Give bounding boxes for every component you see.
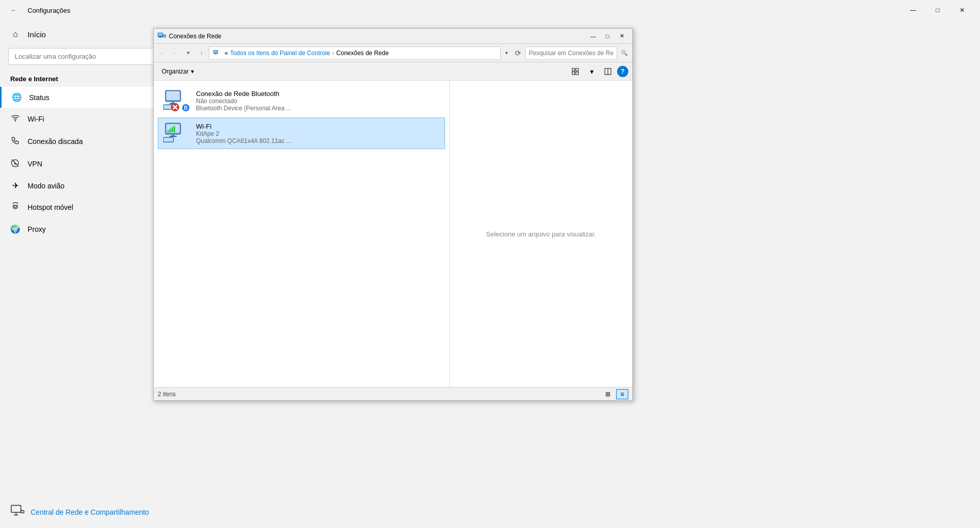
svg-rect-19	[572, 72, 575, 75]
dialog-toolbar: Organizar ▾ ▾	[154, 62, 632, 81]
titlebar-controls: — □ ✕	[901, 2, 974, 18]
svg-rect-20	[576, 72, 578, 75]
bluetooth-badge: B	[182, 104, 190, 112]
svg-rect-24	[166, 91, 180, 100]
nav-recent-button[interactable]: ▾	[182, 46, 194, 60]
bluetooth-net-info: Conexão de Rede Bluetooth Não conectado …	[196, 90, 291, 112]
nav-back-button[interactable]: ←	[156, 46, 168, 60]
wifi-status: KitApe 2	[196, 130, 291, 137]
wifi-name: Wi-Fi	[196, 123, 291, 130]
vpn-icon	[10, 158, 20, 170]
search-input[interactable]	[8, 48, 155, 65]
settings-titlebar: ← Configurações — □ ✕	[0, 0, 980, 20]
sidebar-label-proxy: Proxy	[28, 225, 46, 233]
sidebar-item-hotspot[interactable]: Hotspot móvel	[0, 196, 163, 219]
dialog-maximize-button[interactable]: □	[601, 31, 614, 41]
path-separator-1: «	[225, 50, 228, 57]
close-button[interactable]: ✕	[950, 2, 974, 18]
statusbar-right: ⊞ ≡	[602, 389, 628, 399]
svg-point-0	[15, 121, 16, 122]
dialog-minimize-button[interactable]: —	[586, 31, 600, 41]
sidebar-label-wifi: Wi-Fi	[28, 115, 44, 123]
svg-rect-14	[214, 50, 217, 52]
sidebar-item-vpn[interactable]: VPN	[0, 153, 163, 175]
nav-forward-button[interactable]: →	[169, 46, 181, 60]
settings-title: Configurações	[28, 7, 70, 14]
help-button[interactable]: ?	[617, 66, 628, 77]
organize-button[interactable]: Organizar ▾	[158, 66, 198, 77]
item-count: 2 itens	[158, 391, 176, 398]
maximize-button[interactable]: □	[926, 2, 949, 18]
dialog-title-left: Conexões de Rede	[158, 32, 222, 40]
dialog-icon	[158, 32, 166, 40]
dialog-search-input[interactable]	[525, 46, 617, 60]
svg-rect-18	[576, 68, 578, 71]
sidebar-item-home[interactable]: ⌂ Início	[0, 25, 163, 44]
view-details-button[interactable]	[568, 65, 582, 78]
network-item-bluetooth[interactable]: B Conexão de Rede Bluetooth Não conectad…	[158, 85, 445, 116]
bluetooth-adapter: Bluetooth Device (Personal Area ...	[196, 105, 291, 112]
statusbar-list-view[interactable]: ≡	[616, 389, 628, 399]
search-button[interactable]: 🔍	[618, 46, 630, 60]
sidebar-item-wifi[interactable]: Wi-Fi	[0, 108, 163, 130]
refresh-button[interactable]: ⟳	[512, 46, 524, 60]
sidebar: ⌂ Início Rede e Internet 🌐 Status	[0, 20, 163, 496]
view-pane-button[interactable]	[601, 65, 615, 78]
svg-point-1	[14, 205, 17, 208]
minimize-button[interactable]: —	[901, 2, 925, 18]
svg-rect-38	[169, 136, 177, 137]
bluetooth-name: Conexão de Rede Bluetooth	[196, 90, 291, 98]
svg-rect-16	[214, 54, 217, 54]
dialup-icon	[10, 136, 20, 147]
address-bar: ← → ▾ ↑ « Todos os Itens do Painel de Co…	[154, 44, 632, 62]
dialog-statusbar: 2 itens ⊞ ≡	[154, 387, 632, 400]
home-icon: ⌂	[10, 30, 20, 39]
file-list: B Conexão de Rede Bluetooth Não conectad…	[154, 81, 450, 387]
svg-rect-43	[172, 127, 173, 132]
titlebar-left: ← Configurações	[6, 3, 70, 18]
sidebar-item-dialup[interactable]: Conexão discada	[0, 130, 163, 153]
preview-text: Selecione um arquivo para visualizar.	[486, 230, 596, 238]
network-dialog[interactable]: Conexões de Rede — □ ✕ ← → ▾ ↑ «	[153, 28, 633, 401]
dialog-content: B Conexão de Rede Bluetooth Não conectad…	[154, 81, 632, 387]
sidebar-item-proxy[interactable]: 🌍 Proxy	[0, 219, 163, 239]
toolbar-right: ▾ ?	[568, 65, 628, 78]
preview-pane: Selecione um arquivo para visualizar.	[450, 81, 632, 387]
dialog-close-button[interactable]: ✕	[615, 31, 628, 41]
svg-rect-2	[11, 506, 21, 513]
svg-rect-17	[572, 68, 575, 71]
svg-rect-40	[164, 138, 173, 141]
sidebar-item-airplane[interactable]: ✈ Modo avião	[0, 175, 163, 196]
wifi-net-info: Wi-Fi KitApe 2 Qualcomm QCA61x4A 802.11a…	[196, 123, 291, 145]
sidebar-label-dialup: Conexão discada	[28, 137, 83, 146]
bluetooth-net-icon: B	[163, 89, 190, 112]
sidebar-item-status[interactable]: 🌐 Status	[0, 87, 163, 108]
network-center-link[interactable]: Central de Rede e Compartilhamento	[31, 508, 149, 516]
svg-rect-5	[21, 511, 24, 513]
wifi-icon	[10, 113, 20, 125]
organize-label: Organizar	[162, 68, 189, 75]
home-label: Início	[28, 30, 46, 39]
svg-rect-41	[167, 130, 169, 132]
bluetooth-status: Não conectado	[196, 98, 291, 105]
network-item-wifi[interactable]: Wi-Fi KitApe 2 Qualcomm QCA61x4A 802.11a…	[158, 117, 445, 149]
view-toggle-button[interactable]: ▾	[584, 65, 599, 78]
path-dropdown-button[interactable]: ▾	[502, 46, 511, 60]
svg-rect-42	[169, 129, 171, 132]
dialog-title-controls: — □ ✕	[586, 31, 628, 41]
bottom-section: Central de Rede e Compartilhamento	[0, 496, 980, 528]
section-title: Rede e Internet	[0, 69, 163, 87]
statusbar-grid-view[interactable]: ⊞	[602, 389, 614, 399]
status-icon: 🌐	[12, 92, 22, 102]
dialog-titlebar: Conexões de Rede — □ ✕	[154, 29, 632, 44]
back-button[interactable]: ←	[6, 3, 21, 18]
airplane-icon: ✈	[10, 181, 20, 190]
path-part-2: Conexões de Rede	[336, 50, 389, 57]
wifi-adapter: Qualcomm QCA61x4A 802.11ac ...	[196, 137, 291, 145]
path-arrow: ›	[332, 50, 334, 57]
sidebar-label-vpn: VPN	[28, 160, 42, 168]
sidebar-label-status: Status	[29, 93, 50, 102]
nav-up-button[interactable]: ↑	[195, 46, 208, 60]
svg-rect-44	[174, 126, 175, 132]
svg-rect-12	[163, 35, 165, 37]
